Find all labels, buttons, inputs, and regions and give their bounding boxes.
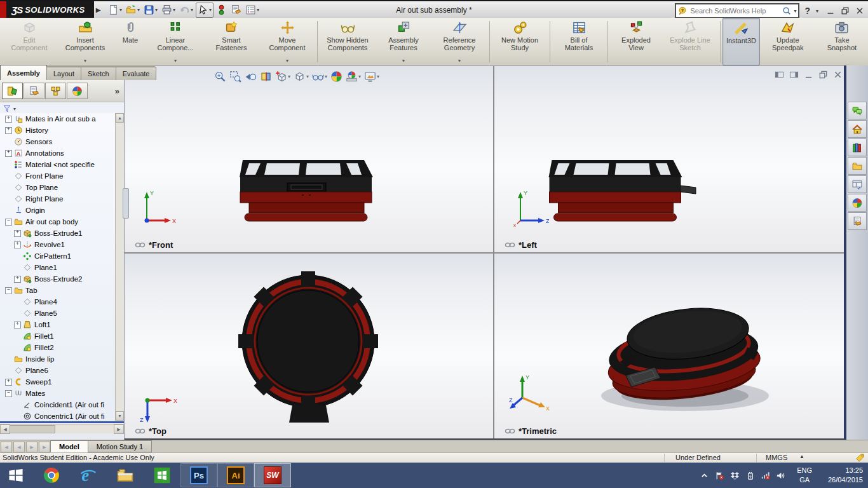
scrollbar-thumb[interactable] xyxy=(10,425,55,433)
viewport-splitter-horizontal[interactable] xyxy=(125,252,846,254)
move-component-button[interactable]: Move Component▾ xyxy=(259,18,315,65)
taskbar-app-solidworks[interactable]: SW xyxy=(254,463,291,487)
scroll-up-arrow-icon[interactable]: ▲ xyxy=(116,113,124,123)
panel-splitter-bar[interactable] xyxy=(0,421,124,423)
tree-item-air-out-cap-body[interactable]: −Air out cap body xyxy=(0,216,116,227)
save-document-button[interactable]: ▾ xyxy=(142,3,159,17)
tab-evaluate[interactable]: Evaluate xyxy=(116,67,157,80)
dropdown-caret-icon[interactable]: ▾ xyxy=(119,7,122,13)
help-button[interactable]: ? xyxy=(804,6,810,16)
start-button[interactable] xyxy=(6,467,25,484)
panel-tab-propertymanager[interactable] xyxy=(24,83,44,99)
help-search-box[interactable]: ? ▾ xyxy=(675,3,799,18)
tree-expander[interactable]: + xyxy=(5,116,12,123)
win-restore-button[interactable] xyxy=(818,70,828,79)
win-close-button[interactable] xyxy=(833,70,843,79)
restore-button[interactable] xyxy=(841,6,850,15)
viewport-trimetric[interactable]: Y X Z *Trimetric xyxy=(494,254,846,438)
undo-button[interactable]: ▾ xyxy=(178,3,194,17)
minimize-button[interactable] xyxy=(826,6,835,15)
language-indicator[interactable]: ENG GA xyxy=(797,466,812,485)
tree-item-annotations[interactable]: +AAnnotations xyxy=(0,147,116,159)
graphics-area[interactable]: Y X *Front xyxy=(125,65,846,440)
dropbox-icon[interactable] xyxy=(730,471,740,480)
model-front-view[interactable] xyxy=(125,66,493,252)
open-document-button[interactable]: ▾ xyxy=(125,3,141,17)
dropdown-caret-icon[interactable]: ▾ xyxy=(257,7,259,13)
apply-scene-button[interactable]: ▾ xyxy=(344,69,362,84)
help-search-input[interactable] xyxy=(689,6,780,15)
viewport-top[interactable]: X Z *Top xyxy=(125,254,493,438)
tree-expander[interactable]: − xyxy=(5,287,12,294)
taskbar-app-chrome[interactable] xyxy=(33,463,70,487)
smart-fasteners-button[interactable]: Smart Fasteners xyxy=(203,18,259,65)
panel-overflow-chevron[interactable]: » xyxy=(115,86,122,96)
dropdown-caret-icon[interactable]: ▾ xyxy=(377,74,379,79)
tree-item-front-plane[interactable]: +Front Plane xyxy=(0,170,116,182)
design-library-button[interactable] xyxy=(848,139,867,156)
view-settings-button[interactable]: ▾ xyxy=(363,69,381,84)
dropdown-caret-icon[interactable]: ▾ xyxy=(458,57,461,65)
tree-item-mates-in-air-out-sub-a[interactable]: +Mates in Air out sub a xyxy=(0,113,116,125)
tree-item-sweep1[interactable]: +Sweep1 xyxy=(0,376,116,388)
taskbar-app-photoshop[interactable]: Ps xyxy=(180,463,217,487)
tree-expander[interactable]: + xyxy=(14,276,21,283)
tree-item-plane1[interactable]: +Plane1 xyxy=(0,262,116,273)
taskbar-app-illustrator[interactable]: Ai xyxy=(217,463,254,487)
taskbar-clock[interactable]: 13:25 26/04/2015 xyxy=(828,466,863,485)
model-top-view[interactable] xyxy=(125,254,493,438)
tab-layout[interactable]: Layout xyxy=(46,67,81,80)
taskbar-app-internet-explorer[interactable]: e xyxy=(70,463,107,487)
dropdown-caret-icon[interactable]: ▾ xyxy=(325,74,327,79)
tab-nav-last-button[interactable]: ▶ xyxy=(39,442,50,452)
panel-tab-featuremanager[interactable] xyxy=(2,83,23,99)
viewport-front[interactable]: Y X *Front xyxy=(125,66,493,252)
instant3d-button[interactable]: Instant3D xyxy=(722,18,760,65)
assembly-features-button[interactable]: Assembly Features▾ xyxy=(376,18,431,65)
pane-left-button[interactable] xyxy=(775,70,784,79)
forum-chat-button[interactable] xyxy=(848,102,867,119)
tree-item-top-plane[interactable]: +Top Plane xyxy=(0,182,116,193)
tag-icon[interactable] xyxy=(855,453,865,463)
scroll-down-arrow-icon[interactable]: ▼ xyxy=(116,411,124,421)
tree-item-origin[interactable]: +Origin xyxy=(0,205,116,216)
exploded-view-button[interactable]: Exploded View xyxy=(610,18,662,65)
close-button[interactable] xyxy=(855,6,864,15)
pane-right-button[interactable] xyxy=(789,70,799,79)
dropdown-caret-icon[interactable]: ▾ xyxy=(402,57,405,65)
section-view-button[interactable] xyxy=(259,69,273,84)
zoom-to-fit-button[interactable] xyxy=(213,69,227,84)
tree-vertical-scrollbar[interactable]: ▲ ▼ xyxy=(115,113,124,421)
taskbar-app-windows-store[interactable] xyxy=(144,463,180,487)
tree-expander[interactable]: + xyxy=(5,150,12,157)
tree-item-concentric1-air-out-fi[interactable]: +Concentric1 (Air out fi xyxy=(0,410,116,421)
tree-expander[interactable]: − xyxy=(5,390,12,397)
mate-button[interactable]: Mate xyxy=(113,18,147,65)
tab-motion-study-1[interactable]: Motion Study 1 xyxy=(88,440,152,452)
scroll-right-arrow-icon[interactable]: ▶ xyxy=(114,424,124,434)
zoom-to-area-button[interactable] xyxy=(228,69,243,84)
bill-of-materials-button[interactable]: Bill of Materials xyxy=(552,18,606,65)
tree-item-mates[interactable]: −Mates xyxy=(0,388,116,399)
dropdown-caret-icon[interactable]: ▾ xyxy=(191,7,193,13)
tree-item-fillet1[interactable]: +Fillet1 xyxy=(0,330,116,342)
print-document-button[interactable]: ▾ xyxy=(160,3,177,17)
view-palette-button[interactable] xyxy=(848,175,867,193)
help-dropdown-caret-icon[interactable]: ▾ xyxy=(816,8,818,14)
volume-icon[interactable] xyxy=(776,471,785,480)
new-motion-study-button[interactable]: New Motion Study xyxy=(492,18,548,65)
power-icon[interactable] xyxy=(745,471,755,480)
resources-home-button[interactable] xyxy=(848,120,867,138)
tray-expand-icon[interactable] xyxy=(700,471,709,480)
tab-nav-next-button[interactable]: ▶ xyxy=(26,442,37,452)
hide-show-items-button[interactable]: ▾ xyxy=(311,69,329,84)
linear-component-pattern-button[interactable]: Linear Compone...▾ xyxy=(147,18,203,65)
rebuild-traffic-light-button[interactable] xyxy=(215,3,228,17)
search-dropdown-caret-icon[interactable]: ▾ xyxy=(794,8,796,14)
dropdown-caret-icon[interactable]: ▾ xyxy=(155,7,158,13)
network-error-icon[interactable] xyxy=(761,471,770,480)
tree-expander[interactable]: + xyxy=(5,127,12,134)
panel-collapse-handle[interactable] xyxy=(123,188,129,219)
tree-horizontal-scrollbar[interactable]: ◀ ▶ xyxy=(0,424,124,433)
options-list-button[interactable]: ▾ xyxy=(244,3,261,17)
